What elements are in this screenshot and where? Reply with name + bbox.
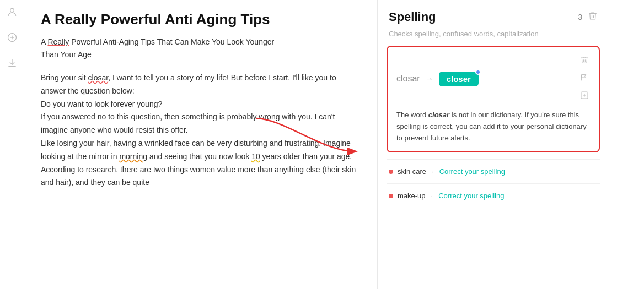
card-actions xyxy=(579,54,590,103)
sidebar xyxy=(0,0,24,289)
correction-area: closar → closer xyxy=(396,72,479,86)
card-top-row: closar → closer xyxy=(396,54,590,103)
red-dot-makeup xyxy=(389,194,393,198)
spelling-card-main: closar → closer xyxy=(387,46,600,152)
spelling-list: skin care · Correct your spelling make-u… xyxy=(378,152,609,214)
spelling-item-skincare[interactable]: skin care · Correct your spelling xyxy=(387,159,600,183)
item-action-skincare[interactable]: Correct your spelling xyxy=(439,167,505,176)
body-para2: Do you want to look forever young? xyxy=(41,98,361,111)
spelling-panel: Spelling 3 Checks spelling, confused wor… xyxy=(377,0,609,289)
add-to-dictionary-button[interactable] xyxy=(579,90,590,103)
body-para3: If you answered no to this question, the… xyxy=(41,111,361,137)
misspelled-closar[interactable]: closar xyxy=(88,73,109,82)
red-dot-skincare xyxy=(389,170,393,174)
issue-count: 3 xyxy=(578,13,582,21)
flag-button[interactable] xyxy=(579,72,590,85)
corrected-word[interactable]: closer xyxy=(439,72,479,86)
card-body-text: The word closar is not in our dictionary… xyxy=(396,111,587,142)
body-para4: Like losing your hair, having a wrinkled… xyxy=(41,137,361,163)
misspelled-word-bold: closar xyxy=(428,111,449,119)
underline-10: 10 xyxy=(251,152,260,161)
separator-makeup: · xyxy=(431,192,433,200)
panel-header: Spelling 3 xyxy=(378,0,609,28)
subtitle-line2: Than Your Age xyxy=(41,50,92,59)
panel-title: Spelling xyxy=(389,10,436,24)
download-icon[interactable] xyxy=(4,55,20,70)
arrow-right-icon: → xyxy=(426,74,433,83)
underline-really: Really xyxy=(47,37,69,46)
add-icon[interactable] xyxy=(4,30,20,45)
card-body: The word closar is not in our dictionary… xyxy=(396,110,590,144)
doc-title: A Really Powerful Anti Aging Tips xyxy=(41,11,361,28)
doc-subtitle: A Really Powerful Anti-Aging Tips That C… xyxy=(41,36,361,61)
underline-morning: morning xyxy=(119,152,147,161)
person-icon[interactable] xyxy=(4,4,20,20)
content-wrapper: A Really Powerful Anti Aging Tips A Real… xyxy=(24,0,644,289)
panel-header-right: 3 xyxy=(578,11,598,24)
spelling-item-makeup[interactable]: make-up · Correct your spelling xyxy=(387,183,600,208)
main-content: A Really Powerful Anti Aging Tips A Real… xyxy=(24,0,377,289)
body-para5: According to research, there are two thi… xyxy=(41,163,361,190)
clear-all-button[interactable] xyxy=(588,11,598,24)
panel-subtitle: Checks spelling, confused words, capital… xyxy=(378,28,609,46)
doc-body: Bring your sit closar, I want to tell yo… xyxy=(41,72,361,189)
dot-indicator xyxy=(475,69,481,75)
separator-skincare: · xyxy=(432,167,434,176)
item-word-skincare: skin care xyxy=(398,167,426,176)
body-para1: Bring your sit closar, I want to tell yo… xyxy=(41,72,361,98)
delete-suggestion-button[interactable] xyxy=(579,54,590,68)
subtitle-line1: A Really Powerful Anti-Aging Tips That C… xyxy=(41,37,274,46)
svg-point-0 xyxy=(10,8,14,12)
item-action-makeup[interactable]: Correct your spelling xyxy=(438,192,504,200)
original-word: closar xyxy=(396,74,420,84)
item-word-makeup: make-up xyxy=(398,192,426,200)
